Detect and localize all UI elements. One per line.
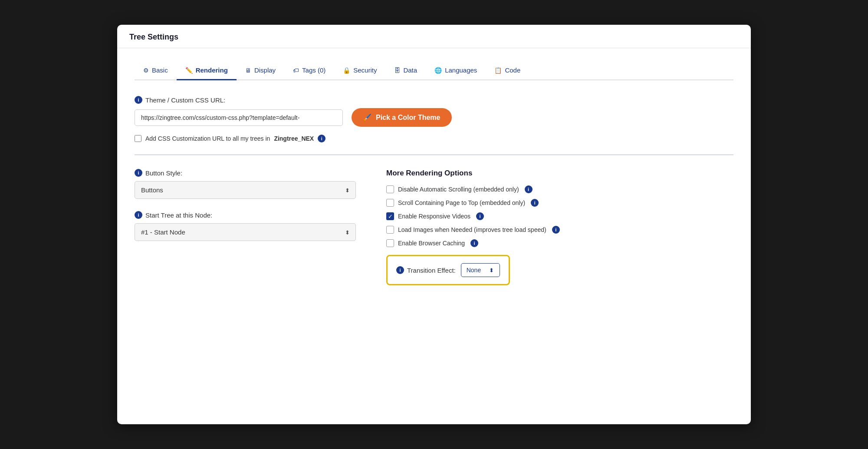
theme-info-icon[interactable]: i	[135, 96, 142, 104]
tabs-bar: ⚙ Basic ✏️ Rendering 🖥 Display 🏷 Tags (0…	[135, 61, 733, 80]
transition-info-icon[interactable]: i	[396, 266, 404, 274]
monitor-icon: 🖥	[245, 67, 251, 74]
section-divider	[135, 155, 733, 155]
browser-cache-option: Enable Browser Caching i	[386, 239, 733, 247]
scroll-top-option: Scroll Containing Page to Top (embedded …	[386, 199, 733, 207]
start-node-group: i Start Tree at this Node: #1 - Start No…	[135, 211, 360, 241]
disable-scroll-info-icon[interactable]: i	[525, 185, 533, 193]
button-style-select-wrapper: Buttons Images Text Links ⬍	[135, 181, 356, 199]
two-column-layout: i Button Style: Buttons Images Text Link…	[135, 169, 733, 285]
responsive-videos-info-icon[interactable]: i	[476, 212, 484, 220]
content-area: ⚙ Basic ✏️ Rendering 🖥 Display 🏷 Tags (0…	[117, 48, 751, 298]
theme-css-input[interactable]	[135, 109, 343, 126]
transition-effect-select[interactable]: None Fade Slide Zoom	[461, 263, 500, 277]
transition-select-wrapper: None Fade Slide Zoom ⬍	[461, 263, 500, 277]
button-style-select[interactable]: Buttons Images Text Links	[135, 181, 356, 199]
load-images-info-icon[interactable]: i	[552, 226, 560, 234]
button-style-info-icon[interactable]: i	[135, 169, 142, 177]
browser-cache-checkbox[interactable]	[386, 239, 394, 247]
css-customization-info-icon[interactable]: i	[318, 135, 326, 142]
button-style-label: i Button Style:	[135, 169, 360, 177]
load-images-option: Load Images when Needed (improves tree l…	[386, 226, 733, 234]
tab-security[interactable]: 🔒 Security	[334, 61, 385, 80]
gear-icon: ⚙	[143, 67, 149, 74]
responsive-videos-option: ✓ Enable Responsive Videos i	[386, 212, 733, 220]
pencil-icon: ✏️	[185, 67, 193, 74]
load-images-checkbox[interactable]	[386, 226, 394, 234]
more-options-title: More Rendering Options	[386, 169, 733, 178]
scroll-top-info-icon[interactable]: i	[531, 199, 539, 207]
browser-cache-info-icon[interactable]: i	[470, 239, 478, 247]
scroll-top-checkbox[interactable]	[386, 199, 394, 207]
right-column: More Rendering Options Disable Automatic…	[386, 169, 733, 285]
window-title: Tree Settings	[129, 33, 178, 41]
transition-label: i Transition Effect:	[396, 266, 456, 274]
responsive-videos-checkbox[interactable]: ✓	[386, 212, 394, 220]
start-node-info-icon[interactable]: i	[135, 211, 142, 219]
transition-effect-row: i Transition Effect: None Fade Slide Zoo…	[386, 255, 510, 285]
css-customization-row: Add CSS Customization URL to all my tree…	[135, 135, 733, 142]
theme-row: 🖌️ Pick a Color Theme	[135, 108, 733, 127]
tab-display[interactable]: 🖥 Display	[237, 61, 284, 80]
tab-basic[interactable]: ⚙ Basic	[135, 61, 177, 80]
tab-rendering[interactable]: ✏️ Rendering	[177, 61, 237, 80]
disable-scroll-checkbox[interactable]	[386, 185, 394, 193]
tag-icon: 🏷	[293, 67, 299, 74]
brush-icon: 🖌️	[363, 113, 372, 122]
lock-icon: 🔒	[343, 67, 350, 74]
tab-data[interactable]: 🗄 Data	[385, 61, 426, 80]
database-icon: 🗄	[394, 67, 400, 74]
disable-scroll-option: Disable Automatic Scrolling (embedded on…	[386, 185, 733, 193]
button-style-group: i Button Style: Buttons Images Text Link…	[135, 169, 360, 199]
window-header: Tree Settings	[117, 25, 751, 48]
main-window: Tree Settings ⚙ Basic ✏️ Rendering 🖥 Dis…	[117, 25, 751, 424]
css-customization-checkbox[interactable]	[135, 135, 141, 142]
globe-icon: 🌐	[434, 67, 442, 74]
code-icon: 📋	[494, 67, 502, 74]
start-node-select[interactable]: #1 - Start Node #2 - Node 2 #3 - Node 3	[135, 223, 356, 241]
start-node-label: i Start Tree at this Node:	[135, 211, 360, 219]
tab-languages[interactable]: 🌐 Languages	[426, 61, 486, 80]
left-column: i Button Style: Buttons Images Text Link…	[135, 169, 360, 253]
tab-tags[interactable]: 🏷 Tags (0)	[284, 61, 334, 80]
start-node-select-wrapper: #1 - Start Node #2 - Node 2 #3 - Node 3 …	[135, 223, 356, 241]
theme-label: i Theme / Custom CSS URL:	[135, 96, 733, 104]
tab-code[interactable]: 📋 Code	[486, 61, 529, 80]
pick-color-button[interactable]: 🖌️ Pick a Color Theme	[352, 108, 452, 127]
